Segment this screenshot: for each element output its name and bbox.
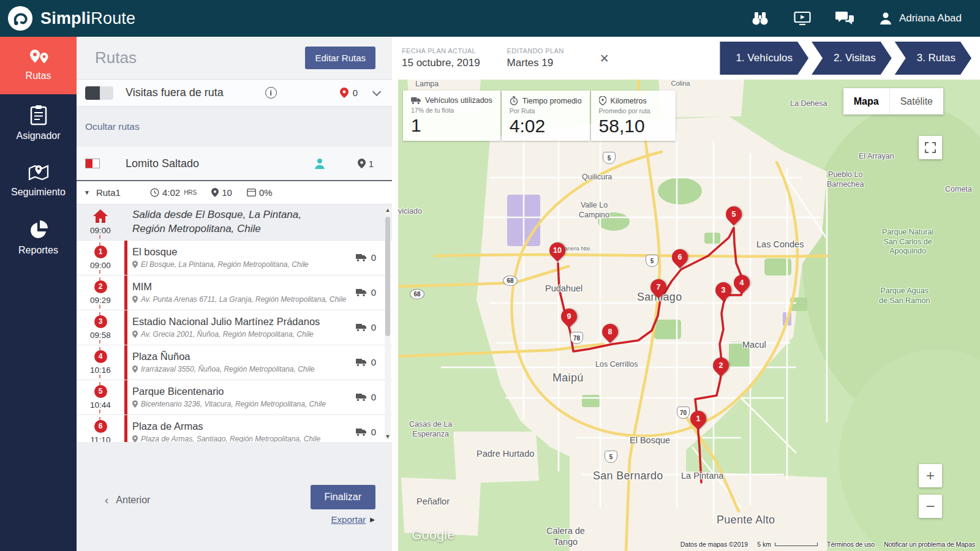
finish-button[interactable]: Finalizar xyxy=(311,485,375,509)
stop-marker[interactable]: 3 xyxy=(712,279,735,302)
stop-marker[interactable]: 10 xyxy=(546,239,569,262)
stop-marker[interactable]: 4 xyxy=(731,272,753,294)
driver-icon[interactable] xyxy=(314,157,326,170)
sidebar-item-seguimiento[interactable]: Seguimiento xyxy=(0,152,77,209)
google-logo[interactable]: Google xyxy=(412,528,455,542)
stop-time: 09:29 xyxy=(90,296,111,305)
route-pins-icon xyxy=(28,50,50,66)
edit-routes-button[interactable]: Editar Rutas xyxy=(305,47,375,69)
map-canvas[interactable]: Lampa Estación Colina La Dehesa El Array… xyxy=(398,80,980,551)
truck-icon xyxy=(356,253,366,261)
export-link[interactable]: Exportar ▶ xyxy=(331,514,375,525)
route-color-swatch[interactable] xyxy=(85,159,100,168)
map-place-label: Los Cerrillos xyxy=(595,360,638,370)
map-place-label: San Bernardo xyxy=(593,469,663,483)
pin-icon xyxy=(599,96,606,105)
stop-row[interactable]: 5 10:44 Parque Bicentenario Bicentenario… xyxy=(77,380,392,415)
departure-row[interactable]: 09:00 Salida desde El Bosque, La Pintana… xyxy=(77,204,392,241)
plan-editing-label: EDITANDO PLAN xyxy=(507,47,564,54)
chat-icon[interactable] xyxy=(835,11,854,26)
scroll-down-icon[interactable]: ▼ xyxy=(384,433,391,440)
map-place-label: Peñaflor xyxy=(417,496,450,507)
stop-row[interactable]: 1 09:00 El bosque El Bosque, La Pintana,… xyxy=(77,241,392,276)
stop-number-badge: 1 xyxy=(94,246,107,258)
road-shield: 5 xyxy=(603,152,616,164)
stop-title: MIM xyxy=(132,281,347,293)
terms-link[interactable]: Términos de uso xyxy=(827,541,875,548)
route-visit-count: 10 xyxy=(211,187,232,198)
close-icon[interactable]: ✕ xyxy=(600,51,609,66)
brand[interactable]: SimpliRoute xyxy=(0,6,135,31)
map-place-label: Lampa xyxy=(415,80,439,89)
plan-date-value: 15 octubre, 2019 xyxy=(402,57,480,69)
stop-time: 11:10 xyxy=(91,435,111,442)
stop-row[interactable]: 6 11:10 Plaza de Armas Plaza de Armas, S… xyxy=(77,415,392,442)
map-place-label: Estación Colina xyxy=(668,80,693,88)
step-rutas[interactable]: 3. Rutas xyxy=(895,42,971,75)
fullscreen-button[interactable] xyxy=(919,136,942,159)
out-of-route-toggle[interactable] xyxy=(85,86,113,100)
map-place-label: Casas de La Esperanza xyxy=(409,420,452,439)
stop-marker[interactable]: 5 xyxy=(723,203,745,226)
binoculars-icon[interactable] xyxy=(751,10,769,26)
stop-marker[interactable]: 2 xyxy=(710,354,733,377)
map-place-label: Parque Natural San Carlos de Apoquindo xyxy=(882,228,933,257)
map-scale: 5 km xyxy=(757,541,818,548)
zoom-in-button[interactable]: + xyxy=(919,464,942,487)
plan-header: FECHA PLAN ACTUAL 15 octubre, 2019 EDITA… xyxy=(392,37,980,80)
sidebar-item-label: Rutas xyxy=(26,70,51,81)
out-of-route-count: 0 xyxy=(340,88,358,98)
map-place-label: Parque Aguas de San Ramón xyxy=(879,287,930,305)
sidebar-item-label: Asignador xyxy=(16,130,60,141)
vehicle-row[interactable]: Lomito Saltado 1 xyxy=(77,147,392,181)
stops-scrollbar[interactable]: ▲ ▼ xyxy=(385,207,391,440)
scroll-up-icon[interactable]: ▲ xyxy=(384,207,391,213)
stop-title: Plaza de Armas xyxy=(132,421,347,432)
step-visitas[interactable]: 2. Visitas xyxy=(812,42,892,75)
step-vehiculos[interactable]: 1. Vehículos xyxy=(720,42,809,75)
map-place-label: Cometa xyxy=(945,185,972,195)
stop-time: 09:00 xyxy=(90,261,111,270)
route-header[interactable]: ▼ Ruta1 4:02HRS 10 0% xyxy=(77,181,392,204)
route-statsbar: Vehículos utilizados 17% de tu flota 1 T… xyxy=(403,91,676,141)
stop-row[interactable]: 2 09:29 MIM Av. Punta Arenas 6711, La Gr… xyxy=(77,276,392,310)
user-menu[interactable]: Adriana Abad xyxy=(878,11,962,26)
route-load: 0% xyxy=(247,187,273,198)
stop-number-badge: 3 xyxy=(94,315,107,328)
stop-title: El bosque xyxy=(132,246,347,258)
stop-marker[interactable]: 7 xyxy=(647,276,670,299)
info-icon[interactable]: i xyxy=(265,87,277,99)
collapse-icon[interactable]: ▼ xyxy=(84,189,90,196)
stop-marker[interactable]: 6 xyxy=(669,246,692,269)
stop-row[interactable]: 3 09:58 Estadio Nacional Julio Martínez … xyxy=(77,310,392,345)
map-button[interactable]: Mapa xyxy=(843,88,889,114)
stop-row[interactable]: 4 10:16 Plaza Ñuñoa Irarrázaval 3550, Ñu… xyxy=(77,345,392,380)
video-tutorials-icon[interactable] xyxy=(794,10,811,26)
satellite-button[interactable]: Satélite xyxy=(889,88,943,114)
chevron-down-icon[interactable] xyxy=(372,87,381,96)
report-problem-link[interactable]: Notificar un problema de Mapas xyxy=(884,541,975,548)
stop-marker[interactable]: 9 xyxy=(558,305,581,328)
zoom-out-button[interactable]: − xyxy=(919,495,942,518)
brand-name: SimpliRoute xyxy=(40,9,135,28)
sidebar-item-reportes[interactable]: Reportes xyxy=(0,209,77,267)
departure-text: Salida desde El Bosque, La Pintana, Regi… xyxy=(132,208,347,236)
map-type-control: Mapa Satélite xyxy=(843,88,943,114)
previous-button[interactable]: ‹ Anterior xyxy=(105,493,150,507)
stop-marker[interactable]: 8 xyxy=(599,321,622,343)
plan-region: FECHA PLAN ACTUAL 15 octubre, 2019 EDITA… xyxy=(392,37,980,551)
user-name: Adriana Abad xyxy=(899,12,962,24)
hide-routes-link[interactable]: Ocultar rutas xyxy=(85,121,140,132)
stat-kilometers: Kilometros Promedio por ruta 58,10 xyxy=(591,91,676,141)
truck-icon xyxy=(356,393,366,401)
address-pin-icon xyxy=(132,400,138,408)
address-pin-icon xyxy=(132,261,138,268)
sidebar: Rutas Asignador Seguimiento Reportes xyxy=(0,37,77,551)
hide-routes-row: Ocultar rutas xyxy=(77,107,392,147)
sidebar-item-asignador[interactable]: Asignador xyxy=(0,94,77,152)
out-of-route-label: Visitas fuera de ruta xyxy=(126,86,224,99)
stop-time: 09:58 xyxy=(90,331,111,340)
scrollbar-thumb[interactable] xyxy=(385,217,390,336)
sidebar-item-rutas[interactable]: Rutas xyxy=(0,37,77,94)
stop-marker[interactable]: 1 xyxy=(687,408,710,430)
